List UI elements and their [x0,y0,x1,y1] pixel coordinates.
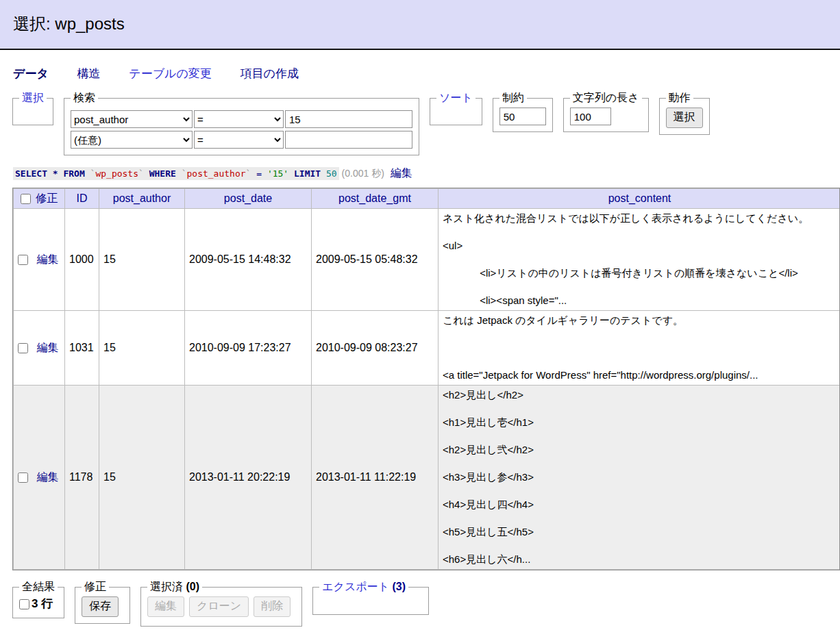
search-operator-select[interactable]: = [194,131,284,149]
cell-post-content: これは Jetpack のタイルギャラリーのテストです。 <a title="J… [438,311,840,386]
whole-result-checkbox[interactable] [19,599,29,609]
whole-result-fieldset: 全結果 3 行 [12,580,64,618]
sql-keyword: SELECT * FROM [15,168,85,179]
row-count-label: 3 行 [32,597,53,610]
header-modify: 修正 [14,189,65,209]
cell-id: 1000 [65,209,99,311]
row-modify-cell: 編集 [14,386,65,570]
export-fieldset: エクスポート (3) [312,580,429,615]
sql-keyword: WHERE [149,168,176,179]
sql-table-ref: `wp_posts` [90,168,144,179]
select-fieldset-body [19,108,47,118]
export-legend: エクスポート (3) [319,580,408,594]
sql-operator: = [256,168,262,179]
search-column-select[interactable]: post_author [71,110,193,128]
edit-selected-button[interactable]: 編集 [147,596,184,617]
search-row: post_author = [71,110,412,128]
limit-input[interactable] [499,108,546,125]
sql-column-ref: `post_author` [182,168,251,179]
sort-fieldset: ソート [430,91,482,125]
cell-id: 1031 [65,311,99,386]
cell-id: 1178 [65,386,99,570]
cell-post-content: ネスト化された混合リストでは以下が正しく表示されるようにしてください。 <ul>… [438,209,840,311]
page-title: 選択: wp_posts [0,0,840,50]
sort-post-date-link[interactable]: post_date [224,192,272,204]
row-modify-cell: 編集 [14,311,65,386]
cell-post-date-gmt: 2013-01-11 11:22:19 [312,386,438,570]
cell-post-date-gmt: 2009-05-15 05:48:32 [312,209,438,311]
filter-controls: 選択 検索 post_author = (任意) = ソート 制約 文字列の長さ [12,91,840,155]
text-length-legend: 文字列の長さ [570,91,642,105]
table-row: 編集 1000 15 2009-05-15 14:48:32 2009-05-1… [14,209,840,311]
cell-post-author: 15 [99,209,185,311]
limit-fieldset: 制約 [493,91,553,132]
search-fieldset: 検索 post_author = (任意) = [64,91,419,155]
table-nav: データ 構造 テーブルの変更 項目の作成 [13,66,840,81]
modify-fieldset: 修正 保存 [75,580,130,624]
tab-alter-table[interactable]: テーブルの変更 [129,67,212,80]
cell-post-date-gmt: 2010-09-09 08:23:27 [312,311,438,386]
sort-id-link[interactable]: ID [77,192,88,204]
selected-fieldset-body: 編集クローン削除 [147,596,295,620]
cell-post-author: 15 [99,311,185,386]
sort-fieldset-body [436,108,475,118]
selected-fieldset: 選択済 (0) 編集クローン削除 [140,580,302,627]
header-post-date-gmt: post_date_gmt [312,189,438,209]
export-count: (3) [392,581,406,592]
export-fieldset-body [319,596,422,608]
select-legend-link[interactable]: 選択 [22,92,44,103]
sql-keyword: LIMIT [294,168,321,179]
action-legend: 動作 [666,91,693,105]
row-edit-link[interactable]: 編集 [36,253,58,265]
sql-limit-value: 50 [326,168,337,179]
select-fieldset: 選択 [12,91,53,125]
export-link[interactable]: エクスポート [322,581,389,592]
search-value-input[interactable] [285,110,412,128]
search-operator-select[interactable]: = [194,110,284,128]
cell-post-author: 15 [99,386,185,570]
clone-selected-button[interactable]: クローン [189,596,249,617]
sort-legend-link[interactable]: ソート [439,92,473,103]
sort-post-author-link[interactable]: post_author [113,192,171,204]
row-checkbox[interactable] [18,472,28,483]
cell-post-date: 2013-01-11 20:22:19 [185,386,312,570]
search-column-select[interactable]: (任意) [71,131,193,149]
tab-create-item[interactable]: 項目の作成 [240,67,299,80]
results-table: 修正 ID post_author post_date post_date_gm… [13,188,840,570]
query-timing: (0.001 秒) [342,168,384,179]
header-id: ID [65,189,99,209]
results-table-wrap: 修正 ID post_author post_date post_date_gm… [12,188,840,570]
whole-result-legend: 全結果 [19,580,58,594]
select-submit-button[interactable]: 選択 [666,108,703,128]
tab-data[interactable]: データ [13,67,49,80]
sql-code: SELECT * FROM `wp_posts` WHERE `post_aut… [13,167,339,180]
delete-selected-button[interactable]: 削除 [254,596,291,617]
select-all-checkbox[interactable] [21,194,31,204]
table-header-row: 修正 ID post_author post_date post_date_gm… [14,189,840,209]
tab-structure[interactable]: 構造 [77,67,101,80]
row-checkbox[interactable] [18,255,28,265]
sql-query-line: SELECT * FROM `wp_posts` WHERE `post_aut… [13,166,840,180]
header-post-date: post_date [185,189,312,209]
row-edit-link[interactable]: 編集 [36,342,58,353]
save-button[interactable]: 保存 [82,596,119,617]
row-modify-cell: 編集 [14,209,65,311]
sql-edit-link[interactable]: 編集 [391,167,412,179]
text-length-input[interactable] [570,108,611,125]
row-checkbox[interactable] [18,343,28,353]
cell-post-date: 2009-05-15 14:48:32 [185,209,312,311]
row-edit-link[interactable]: 編集 [36,471,58,483]
sort-post-date-gmt-link[interactable]: post_date_gmt [338,192,411,204]
modify-legend: 修正 [82,580,109,594]
sort-post-content-link[interactable]: post_content [608,192,671,204]
modify-all-link[interactable]: 修正 [36,192,58,204]
limit-legend: 制約 [499,91,527,105]
cell-post-content: <h2>見出し</h2> <h1>見出し壱</h1> <h2>見出し弐</h2>… [438,386,840,570]
search-legend: 検索 [71,91,98,105]
header-post-author: post_author [99,189,185,209]
search-value-input[interactable] [285,131,412,149]
header-post-content: post_content [438,189,840,209]
table-row: 編集 1031 15 2010-09-09 17:23:27 2010-09-0… [14,311,840,386]
sql-string-value: '15' [267,168,288,179]
table-row: 編集 1178 15 2013-01-11 20:22:19 2013-01-1… [14,386,840,570]
